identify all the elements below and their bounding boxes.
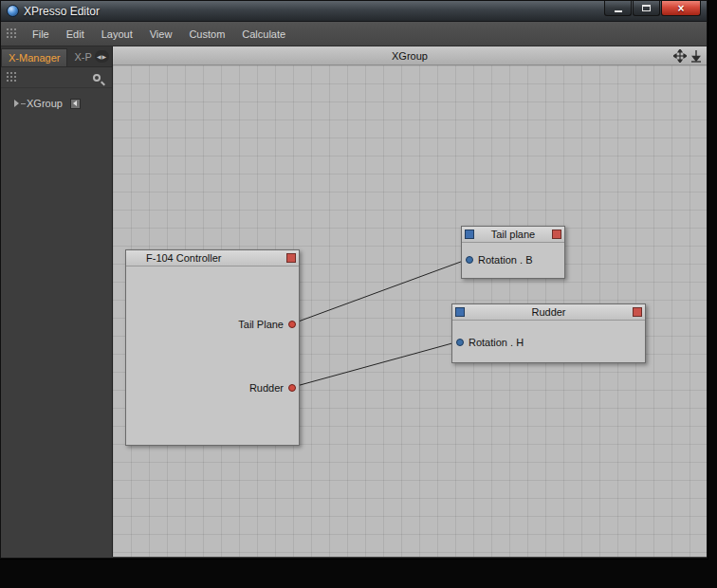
menu-bar: File Edit Layout View Custom Calculate <box>1 22 707 46</box>
port-label: Rotation . H <box>469 337 524 348</box>
sidebar-search-row <box>1 67 112 88</box>
sidebar-grip-icon[interactable] <box>6 71 18 83</box>
output-port-tail-plane: Tail Plane <box>238 317 299 332</box>
sidebar-tab-row: X-Manager X-P ◀▶ <box>1 46 112 67</box>
node-header[interactable]: Tail plane <box>462 227 564 243</box>
node-corner-red-icon[interactable] <box>286 253 296 263</box>
node-header[interactable]: Rudder <box>452 304 645 321</box>
node-f104-controller[interactable]: F-104 Controller Tail Plane Rudder <box>125 249 300 446</box>
pan-move-icon[interactable] <box>673 49 687 63</box>
port-label: Rudder <box>249 382 284 394</box>
node-title: F-104 Controller <box>126 252 299 264</box>
menu-calculate[interactable]: Calculate <box>233 24 294 45</box>
connection-wire[interactable] <box>293 259 469 323</box>
canvas-header[interactable]: XGroup <box>113 46 707 65</box>
search-icon[interactable] <box>93 74 101 82</box>
node-header[interactable]: F-104 Controller <box>126 250 299 266</box>
sidebar: X-Manager X-P ◀▶ XGroup <box>1 46 113 557</box>
input-port-rotation-b: Rotation . B <box>462 252 532 267</box>
output-port-rudder: Rudder <box>249 380 299 395</box>
node-corner-red-icon[interactable] <box>552 230 561 239</box>
node-corner-red-icon[interactable] <box>633 307 642 317</box>
menu-layout[interactable]: Layout <box>93 24 141 45</box>
collapse-down-icon[interactable] <box>689 49 703 63</box>
canvas-grid[interactable]: F-104 Controller Tail Plane Rudder <box>113 65 707 557</box>
minimize-button[interactable] <box>604 1 632 16</box>
xgroup-title: XGroup <box>113 50 707 62</box>
node-corner-blue-icon[interactable] <box>455 307 465 317</box>
tab-x-pool[interactable]: X-P <box>67 48 92 66</box>
window-controls: × <box>603 1 701 16</box>
menu-view[interactable]: View <box>141 24 181 45</box>
node-tail-plane[interactable]: Tail plane Rotation . B <box>461 226 565 279</box>
node-rudder[interactable]: Rudder Rotation . H <box>451 303 646 363</box>
maximize-icon <box>642 5 651 11</box>
input-port-dot[interactable] <box>456 339 464 346</box>
input-port-dot[interactable] <box>466 256 473 264</box>
maximize-button[interactable] <box>633 1 660 16</box>
tree-item-label: XGroup <box>27 98 63 109</box>
close-icon: × <box>677 3 684 14</box>
menu-grip-icon[interactable] <box>6 28 18 40</box>
node-title: Tail plane <box>462 229 564 240</box>
tab-scroller-icon[interactable]: ◀▶ <box>95 50 109 63</box>
tree-item-icon[interactable] <box>70 99 81 109</box>
window-title: XPresso Editor <box>24 5 100 18</box>
node-corner-blue-icon[interactable] <box>465 230 474 239</box>
port-label: Tail Plane <box>238 319 284 330</box>
close-button[interactable]: × <box>661 1 701 16</box>
app-icon <box>7 5 19 17</box>
port-label: Rotation . B <box>478 254 532 266</box>
tab-x-manager[interactable]: X-Manager <box>1 48 67 66</box>
minimize-icon <box>615 10 622 12</box>
expander-icon[interactable] <box>14 100 19 107</box>
tree-item-xgroup[interactable]: XGroup <box>1 96 112 111</box>
menu-file[interactable]: File <box>24 24 58 45</box>
output-port-dot[interactable] <box>288 384 296 392</box>
xgroup-tree: XGroup <box>1 88 112 111</box>
menu-custom[interactable]: Custom <box>180 24 233 45</box>
input-port-rotation-h: Rotation . H <box>452 335 524 350</box>
titlebar[interactable]: XPresso Editor × <box>1 1 707 22</box>
node-title: Rudder <box>452 306 645 318</box>
tree-branch-line <box>21 103 26 104</box>
node-editor-canvas: XGroup <box>113 46 707 557</box>
canvas-header-icons <box>673 49 703 63</box>
xpresso-editor-window: XPresso Editor × File Edit Layout View C… <box>0 0 708 559</box>
connection-wire[interactable] <box>293 341 459 387</box>
output-port-dot[interactable] <box>288 321 296 328</box>
menu-edit[interactable]: Edit <box>58 24 93 45</box>
